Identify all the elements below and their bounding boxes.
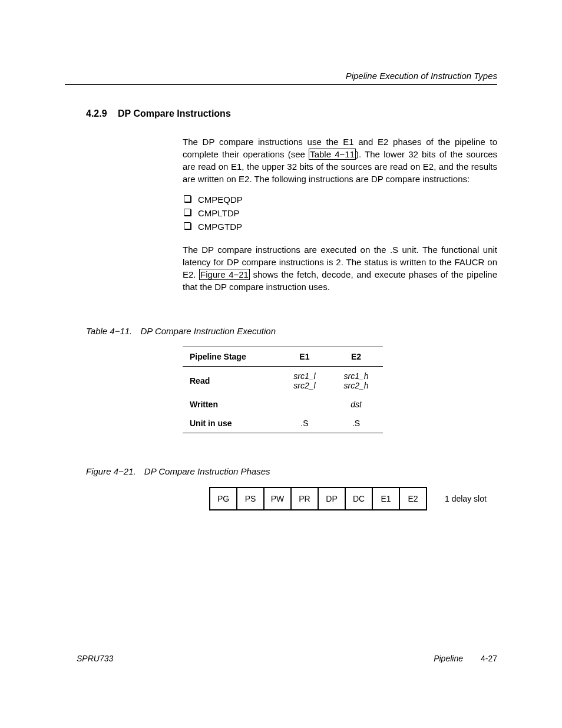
- table-row: Written dst: [183, 395, 383, 414]
- cell-val: src1_l: [293, 371, 315, 381]
- table-caption-title: DP Compare Instruction Execution: [140, 326, 276, 336]
- row-label: Written: [183, 395, 280, 414]
- figure-ref-link[interactable]: Figure 4−21: [199, 269, 250, 280]
- figure-caption-title: DP Compare Instruction Phases: [144, 466, 270, 476]
- th-e2: E2: [329, 347, 383, 367]
- page: Pipeline Execution of Instruction Types …: [0, 0, 562, 728]
- table-ref-link[interactable]: Table 4−11: [309, 149, 356, 160]
- table-caption: Table 4−11. DP Compare Instruction Execu…: [86, 326, 497, 336]
- phase-note: 1 delay slot: [445, 494, 487, 503]
- table-header-row: Pipeline Stage E1 E2: [183, 347, 383, 367]
- list-item: CMPEQDP: [183, 193, 497, 206]
- phase-cell: DP: [319, 488, 346, 509]
- section-heading: 4.2.9 DP Compare Instructions: [86, 108, 497, 119]
- row-label: Unit in use: [183, 414, 280, 433]
- body-text: The DP compare instructions use the E1 a…: [183, 136, 497, 293]
- th-e1: E1: [280, 347, 329, 367]
- chapter-name: Pipeline: [434, 654, 463, 663]
- phase-cell: PS: [237, 488, 265, 509]
- table-row: Unit in use .S .S: [183, 414, 383, 433]
- cell: src1_h src2_h: [329, 367, 383, 396]
- execution-table: Pipeline Stage E1 E2 Read src1_l src2_l …: [183, 347, 383, 433]
- table-row: Read src1_l src2_l src1_h src2_h: [183, 367, 383, 396]
- paragraph-1: The DP compare instructions use the E1 a…: [183, 136, 497, 185]
- paragraph-2: The DP compare instructions are executed…: [183, 243, 497, 293]
- page-footer: SPRU733 Pipeline 4-27: [77, 654, 497, 663]
- section-title: DP Compare Instructions: [118, 108, 231, 118]
- phase-diagram: PG PS PW PR DP DC E1 E2 1 delay slot: [209, 487, 497, 510]
- cell-val: dst: [351, 400, 362, 409]
- phase-cell: PW: [265, 488, 292, 509]
- page-number: 4-27: [481, 654, 497, 663]
- cell: .S: [280, 414, 329, 433]
- figure-caption-label: Figure 4−21.: [86, 466, 136, 476]
- table-caption-label: Table 4−11.: [86, 326, 132, 336]
- cell-val: src2_h: [344, 381, 369, 390]
- cell-val: src2_l: [293, 381, 315, 390]
- phase-cell: PG: [210, 488, 237, 509]
- phase-row: PG PS PW PR DP DC E1 E2: [209, 487, 427, 510]
- phase-cell: PR: [292, 488, 319, 509]
- list-item: CMPGTDP: [183, 220, 497, 233]
- row-label: Read: [183, 367, 280, 396]
- th-stage: Pipeline Stage: [183, 347, 280, 367]
- list-item: CMPLTDP: [183, 207, 497, 219]
- figure-caption: Figure 4−21. DP Compare Instruction Phas…: [86, 466, 497, 476]
- cell: [280, 395, 329, 414]
- cell: .S: [329, 414, 383, 433]
- cell: dst: [329, 395, 383, 414]
- section-number: 4.2.9: [86, 108, 107, 118]
- cell-val: src1_h: [344, 371, 369, 381]
- phase-cell: E2: [400, 488, 427, 509]
- cell: src1_l src2_l: [280, 367, 329, 396]
- bullet-list: CMPEQDP CMPLTDP CMPGTDP: [183, 193, 497, 233]
- running-head: Pipeline Execution of Instruction Types: [65, 71, 497, 85]
- phase-cell: DC: [346, 488, 373, 509]
- doc-id: SPRU733: [77, 654, 113, 663]
- phase-cell: E1: [373, 488, 400, 509]
